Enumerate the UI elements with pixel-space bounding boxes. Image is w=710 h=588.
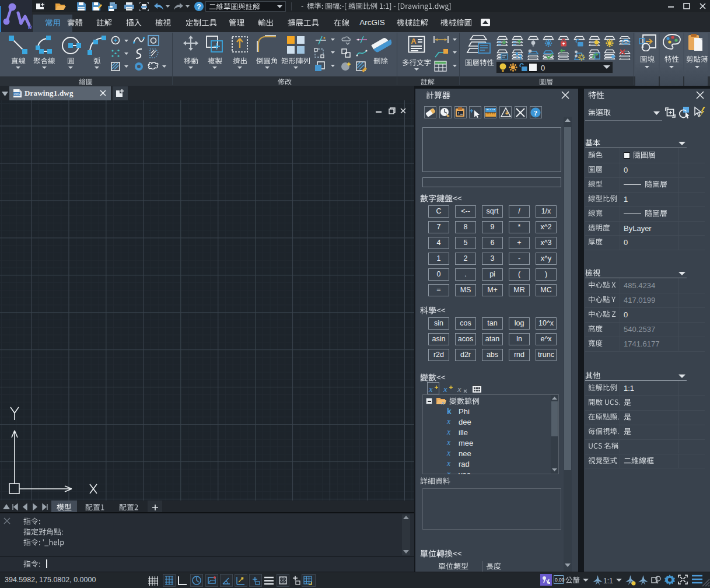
svg-text:?: ? <box>534 108 538 117</box>
svg-text:x: x <box>443 384 447 394</box>
svg-text:x: x <box>441 400 445 405</box>
svg-text:?: ? <box>197 3 201 11</box>
svg-text:x: x <box>428 384 433 394</box>
svg-text:M: M <box>28 24 32 30</box>
svg-text:A: A <box>411 37 417 46</box>
svg-text:x: x <box>457 384 461 394</box>
svg-text:DWG: DWG <box>14 93 20 96</box>
